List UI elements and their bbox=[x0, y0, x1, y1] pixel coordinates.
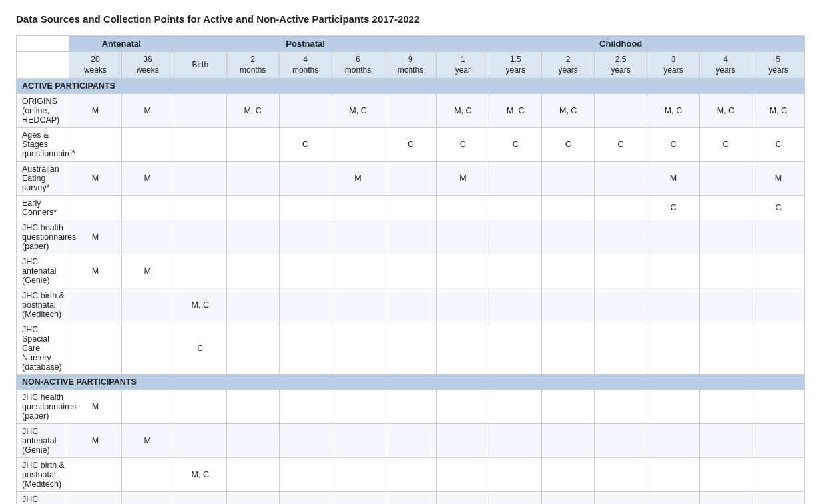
cell-13-13 bbox=[752, 492, 804, 504]
row-label-2: Ages & Stages questionnaire* bbox=[17, 128, 69, 162]
cell-6-7 bbox=[437, 254, 489, 288]
cell-12-7 bbox=[437, 458, 489, 492]
data-table: AntenatalPostnatalChildhood 20weeks36wee… bbox=[16, 35, 805, 504]
cell-8-4 bbox=[279, 322, 332, 375]
cell-1-8: M, C bbox=[489, 94, 542, 128]
subheader-col-12: 3years bbox=[647, 52, 700, 79]
cell-3-10 bbox=[595, 162, 647, 196]
subheader-col-10: 2years bbox=[542, 52, 595, 79]
cell-11-9 bbox=[542, 424, 595, 458]
cell-10-13 bbox=[752, 390, 804, 424]
subheader-col-8: 1year bbox=[437, 52, 489, 79]
cell-7-6 bbox=[384, 288, 437, 322]
subheader-col-0 bbox=[17, 52, 69, 79]
cell-6-6 bbox=[384, 254, 437, 288]
cell-10-8 bbox=[489, 390, 542, 424]
header-childhood: Childhood bbox=[437, 36, 805, 52]
cell-3-13: M bbox=[752, 162, 804, 196]
cell-7-4 bbox=[279, 288, 332, 322]
subheader-col-6: 6months bbox=[332, 52, 384, 79]
cell-2-11: C bbox=[647, 128, 700, 162]
cell-4-11: C bbox=[647, 196, 700, 220]
cell-13-10 bbox=[595, 492, 647, 504]
cell-7-7 bbox=[437, 288, 489, 322]
cell-3-12 bbox=[699, 162, 752, 196]
cell-12-8 bbox=[489, 458, 542, 492]
cell-13-9 bbox=[542, 492, 595, 504]
cell-7-13 bbox=[752, 288, 804, 322]
cell-13-3 bbox=[226, 492, 279, 504]
cell-1-6 bbox=[384, 94, 437, 128]
cell-2-9: C bbox=[542, 128, 595, 162]
cell-10-6 bbox=[384, 390, 437, 424]
cell-4-8 bbox=[489, 196, 542, 220]
subheader-col-2: 36weeks bbox=[121, 52, 174, 79]
cell-1-9: M, C bbox=[542, 94, 595, 128]
cell-13-0 bbox=[69, 492, 121, 504]
cell-2-8: C bbox=[489, 128, 542, 162]
cell-10-7 bbox=[437, 390, 489, 424]
cell-7-2: M, C bbox=[174, 288, 226, 322]
cell-2-7: C bbox=[437, 128, 489, 162]
cell-8-10 bbox=[595, 322, 647, 375]
cell-2-13: C bbox=[752, 128, 804, 162]
row-label-10: JHC health questionnaires (paper) bbox=[17, 390, 69, 424]
cell-11-8 bbox=[489, 424, 542, 458]
cell-11-7 bbox=[437, 424, 489, 458]
cell-1-10 bbox=[595, 94, 647, 128]
cell-12-2: M, C bbox=[174, 458, 226, 492]
cell-8-5 bbox=[332, 322, 384, 375]
cell-11-13 bbox=[752, 424, 804, 458]
cell-7-8 bbox=[489, 288, 542, 322]
cell-8-0 bbox=[69, 322, 121, 375]
cell-10-5 bbox=[332, 390, 384, 424]
subheader-col-14: 5years bbox=[752, 52, 804, 79]
subheader-col-3: Birth bbox=[174, 52, 226, 79]
cell-3-0: M bbox=[69, 162, 121, 196]
cell-5-3 bbox=[226, 220, 279, 254]
cell-5-2 bbox=[174, 220, 226, 254]
cell-4-0 bbox=[69, 196, 121, 220]
cell-10-12 bbox=[699, 390, 752, 424]
cell-3-3 bbox=[226, 162, 279, 196]
cell-3-11: M bbox=[647, 162, 700, 196]
cell-3-4 bbox=[279, 162, 332, 196]
cell-11-3 bbox=[226, 424, 279, 458]
cell-1-12: M, C bbox=[699, 94, 752, 128]
cell-10-10 bbox=[595, 390, 647, 424]
cell-7-11 bbox=[647, 288, 700, 322]
header-postnatal: Postnatal bbox=[174, 36, 437, 52]
cell-5-13 bbox=[752, 220, 804, 254]
cell-11-2 bbox=[174, 424, 226, 458]
cell-4-6 bbox=[384, 196, 437, 220]
cell-5-10 bbox=[595, 220, 647, 254]
cell-11-5 bbox=[332, 424, 384, 458]
cell-1-11: M, C bbox=[647, 94, 700, 128]
cell-2-6: C bbox=[384, 128, 437, 162]
cell-5-8 bbox=[489, 220, 542, 254]
cell-11-11 bbox=[647, 424, 700, 458]
row-label-13: JHC Special Care Nursery (database) bbox=[17, 492, 69, 504]
cell-6-11 bbox=[647, 254, 700, 288]
cell-8-3 bbox=[226, 322, 279, 375]
header-label-empty bbox=[17, 36, 69, 52]
cell-6-12 bbox=[699, 254, 752, 288]
cell-13-2: C bbox=[174, 492, 226, 504]
cell-5-6 bbox=[384, 220, 437, 254]
subheader-col-11: 2.5years bbox=[595, 52, 647, 79]
cell-8-13 bbox=[752, 322, 804, 375]
cell-4-7 bbox=[437, 196, 489, 220]
cell-1-0: M bbox=[69, 94, 121, 128]
cell-4-3 bbox=[226, 196, 279, 220]
cell-10-1 bbox=[121, 390, 174, 424]
cell-8-1 bbox=[121, 322, 174, 375]
cell-13-1 bbox=[121, 492, 174, 504]
cell-8-12 bbox=[699, 322, 752, 375]
cell-1-5: M, C bbox=[332, 94, 384, 128]
cell-2-0 bbox=[69, 128, 121, 162]
cell-3-7: M bbox=[437, 162, 489, 196]
cell-4-1 bbox=[121, 196, 174, 220]
cell-12-13 bbox=[752, 458, 804, 492]
cell-13-7 bbox=[437, 492, 489, 504]
cell-13-5 bbox=[332, 492, 384, 504]
